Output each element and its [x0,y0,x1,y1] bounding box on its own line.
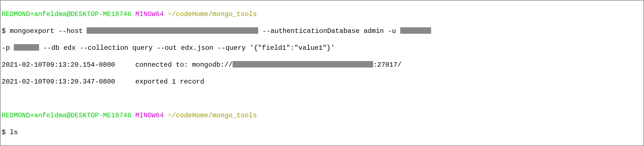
cmd-text: mongoexport --host [10,27,87,35]
redacted-conn [233,61,373,68]
prompt-path: ~/codeHome/mongo_tools [168,112,257,119]
prompt-dollar: $ [2,129,10,136]
prompt-sys: MINGW64 [135,112,164,119]
prompt-line-2: REDMOND+anfeldma@DESKTOP-ME18746 MINGW64… [2,111,642,120]
blank-line [2,95,642,103]
command-line-1b: -p --db edx --collection query --out edx… [2,44,642,52]
prompt-user: REDMOND+anfeldma@DESKTOP-ME18746 [2,10,131,18]
output-line: 2021-02-10T09:13:20.347-0800 exported 1 … [2,78,642,86]
output-line: 2021-02-10T09:13:20.154-0800 connected t… [2,61,642,69]
command-line-2: $ ls [2,128,642,137]
prompt-user: REDMOND+anfeldma@DESKTOP-ME18746 [2,112,131,119]
terminal-output[interactable]: REDMOND+anfeldma@DESKTOP-ME18746 MINGW64… [2,2,642,146]
cmd-text: --authenticationDatabase admin -u [258,27,400,35]
output-text: :27017/ [373,61,402,69]
redacted-host [87,27,258,34]
redacted-user [400,27,431,34]
cmd-text: -p [2,44,14,52]
redacted-password [14,44,39,51]
prompt-dollar: $ [2,27,10,35]
prompt-line-1: REDMOND+anfeldma@DESKTOP-ME18746 MINGW64… [2,10,642,19]
cmd-text: --db edx --collection query --out edx.js… [39,44,335,52]
prompt-path: ~/codeHome/mongo_tools [168,10,257,18]
cmd-text: ls [10,129,18,136]
prompt-sys: MINGW64 [135,10,164,18]
command-line-1: $ mongoexport --host --authenticationDat… [2,27,642,35]
output-text: 2021-02-10T09:13:20.154-0800 connected t… [2,61,233,69]
